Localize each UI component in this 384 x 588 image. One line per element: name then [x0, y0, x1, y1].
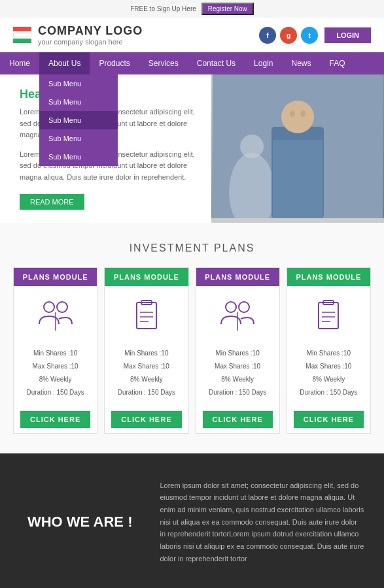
plan-icon-4 — [287, 286, 370, 347]
googleplus-icon[interactable]: g — [280, 27, 297, 44]
svg-point-16 — [226, 302, 236, 312]
plan-btn-4[interactable]: CLICK HERE — [294, 411, 364, 428]
plan-btn-1[interactable]: CLICK HERE — [20, 411, 90, 428]
plans-grid: PLANS MODULE Min Shares :10 Max Shares :… — [13, 267, 371, 434]
plan3-weekly: 8% Weekly — [203, 373, 273, 386]
plan4-weekly: 8% Weekly — [294, 373, 364, 386]
twitter-icon[interactable]: t — [301, 27, 318, 44]
svg-point-7 — [300, 110, 305, 117]
svg-rect-5 — [273, 140, 323, 218]
who-right: Lorem ipsum dolor sit amet; consectetur … — [160, 480, 364, 565]
flag-white — [13, 33, 31, 37]
plan2-min: Min Shares :10 — [111, 347, 181, 360]
plan1-duration: Duration : 150 Days — [20, 386, 90, 399]
plan3-duration: Duration : 150 Days — [203, 386, 273, 399]
flag-red — [13, 27, 31, 31]
register-button[interactable]: Register Now — [201, 3, 254, 15]
plan4-duration: Duration : 150 Days — [294, 386, 364, 399]
logo-title: COMPANY LOGO — [38, 24, 143, 38]
dd-submenu-3[interactable]: Sub Menu — [39, 111, 118, 129]
plan-details-4: Min Shares :10 Max Shares :10 8% Weekly … — [287, 347, 370, 406]
nav-news[interactable]: News — [282, 52, 320, 74]
logo-slogan: your company slogan here — [38, 38, 143, 46]
nav-contact[interactable]: Contact Us — [188, 52, 245, 74]
plan1-max: Max Shares :10 — [20, 360, 90, 373]
read-more-button[interactable]: READ MORE — [20, 194, 84, 210]
free-text: FREE to Sign Up Here — [130, 5, 196, 12]
dd-submenu-5[interactable]: Sub Menu — [39, 148, 118, 166]
facebook-icon[interactable]: f — [259, 27, 276, 44]
plan-btn-3[interactable]: CLICK HERE — [203, 411, 273, 428]
hero-image — [211, 74, 384, 223]
plan-header-3: PLANS MODULE — [196, 268, 279, 286]
logo-flag — [13, 27, 31, 43]
investment-title: INVESTMENT PLANS — [13, 242, 371, 254]
plan-card-2: PLANS MODULE Min Shares :10 Max Shares :… — [104, 267, 188, 434]
plan-icon-1 — [14, 286, 97, 347]
plan-card-3: PLANS MODULE Min Shares :10 Max Shares :… — [196, 267, 280, 434]
plan2-weekly: 8% Weekly — [111, 373, 181, 386]
plan-details-2: Min Shares :10 Max Shares :10 8% Weekly … — [105, 347, 188, 406]
plan-icon-2 — [105, 286, 188, 347]
plan1-weekly: 8% Weekly — [20, 373, 90, 386]
svg-point-2 — [240, 135, 264, 158]
dd-submenu-1[interactable]: Sub Menu — [39, 74, 118, 93]
nav-about[interactable]: About Us Sub Menu Sub Menu Sub Menu Sub … — [39, 52, 90, 74]
who-section: WHO WE ARE ! Lorem ipsum dolor sit amet;… — [0, 453, 384, 588]
svg-point-17 — [239, 302, 249, 312]
plan3-max: Max Shares :10 — [203, 360, 273, 373]
header-right: f g t LOGIN — [259, 27, 371, 44]
svg-point-6 — [290, 110, 295, 117]
plan-header-4: PLANS MODULE — [287, 268, 370, 286]
svg-point-9 — [57, 302, 67, 312]
flag-green — [13, 39, 31, 43]
dd-submenu-2[interactable]: Sub Menu — [39, 93, 118, 111]
plan-details-3: Min Shares :10 Max Shares :10 8% Weekly … — [196, 347, 279, 406]
header: COMPANY LOGO your company slogan here f … — [0, 18, 384, 52]
svg-point-8 — [44, 302, 54, 312]
top-bar: FREE to Sign Up Here Register Now — [0, 0, 384, 18]
plan1-min: Min Shares :10 — [20, 347, 90, 360]
logo-text: COMPANY LOGO your company slogan here — [38, 24, 143, 46]
navigation: Home About Us Sub Menu Sub Menu Sub Menu… — [0, 52, 384, 74]
plan2-duration: Duration : 150 Days — [111, 386, 181, 399]
who-left: WHO WE ARE ! — [20, 514, 140, 531]
nav-faq[interactable]: FAQ — [321, 52, 355, 74]
svg-point-4 — [281, 101, 314, 133]
investment-section: INVESTMENT PLANS PLANS MODULE Min Shares… — [0, 223, 384, 453]
plan-card-1: PLANS MODULE Min Shares :10 Max Shares :… — [13, 267, 97, 434]
plan-header-1: PLANS MODULE — [14, 268, 97, 286]
plan-card-4: PLANS MODULE Min Shares :10 Max Shares :… — [287, 267, 371, 434]
login-button[interactable]: LOGIN — [324, 27, 371, 43]
svg-rect-19 — [319, 302, 338, 329]
plan-header-2: PLANS MODULE — [105, 268, 188, 286]
nav-products[interactable]: Products — [90, 52, 139, 74]
who-title: WHO WE ARE ! — [20, 514, 140, 531]
logo-area: COMPANY LOGO your company slogan here — [13, 24, 143, 46]
nav-home[interactable]: Home — [0, 52, 39, 74]
plan2-max: Max Shares :10 — [111, 360, 181, 373]
dropdown-menu: Sub Menu Sub Menu Sub Menu Sub Menu Sub … — [39, 74, 118, 166]
nav-login[interactable]: Login — [245, 52, 282, 74]
plan4-min: Min Shares :10 — [294, 347, 364, 360]
plan-details-1: Min Shares :10 Max Shares :10 8% Weekly … — [14, 347, 97, 406]
hero-person-image — [211, 74, 384, 218]
plan4-max: Max Shares :10 — [294, 360, 364, 373]
plan3-min: Min Shares :10 — [203, 347, 273, 360]
svg-rect-11 — [137, 302, 156, 329]
social-icons: f g t — [259, 27, 318, 44]
nav-services[interactable]: Services — [139, 52, 188, 74]
plan-btn-2[interactable]: CLICK HERE — [111, 411, 181, 428]
plan-icon-3 — [196, 286, 279, 347]
dd-submenu-4[interactable]: Sub Menu — [39, 129, 118, 148]
who-text: Lorem ipsum dolor sit amet; consectetur … — [160, 480, 364, 565]
